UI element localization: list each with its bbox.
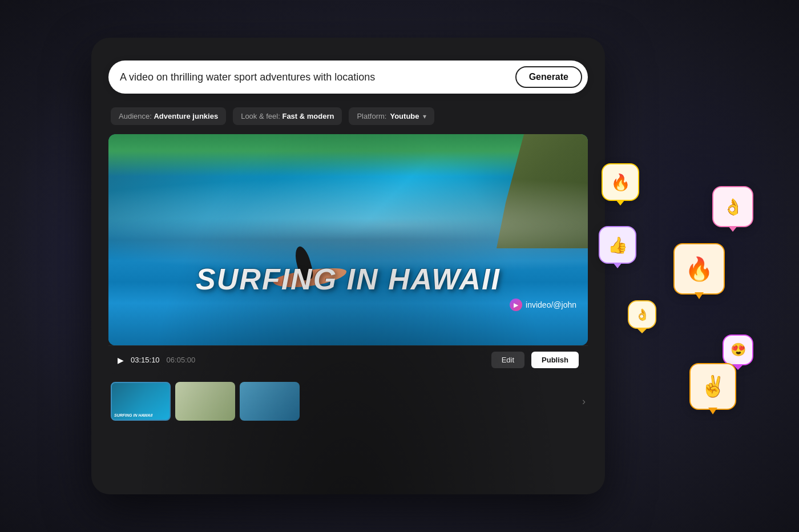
generate-button[interactable]: Generate: [515, 66, 582, 88]
emoji-bubble-ok-pink: 👌: [712, 186, 753, 227]
look-label: Look & feel:: [241, 112, 280, 120]
video-preview: SURFING IN HAWAII ▶ invideo/@john: [108, 134, 588, 345]
audience-value: Adventure junkies: [154, 112, 218, 120]
emoji-bubble-smile: 😍: [723, 334, 753, 365]
platform-value: Youtube: [390, 112, 419, 120]
thumbnails-row: Surfing in Hawaii ›: [108, 374, 588, 423]
video-wrapper: SURFING IN HAWAII ▶ invideo/@john ▶ 03:1…: [108, 134, 588, 374]
emoji-bubble-peace: ✌️: [689, 363, 736, 410]
look-value: Fast & modern: [282, 112, 334, 120]
video-background: SURFING IN HAWAII ▶ invideo/@john: [108, 134, 588, 345]
thumbnail-1[interactable]: Surfing in Hawaii: [111, 382, 171, 421]
emoji-bubble-thumbs: 👍: [599, 226, 636, 264]
time-current: 03:15:10: [131, 356, 160, 364]
brand-text: invideo/@john: [526, 300, 576, 309]
thumb-label-1: Surfing in Hawaii: [114, 413, 152, 417]
chevron-down-icon: ▾: [423, 112, 426, 120]
time-total: 06:05:00: [167, 356, 196, 364]
platform-option[interactable]: Platform: Youtube ▾: [349, 107, 434, 125]
video-title-overlay: SURFING IN HAWAII ▶ invideo/@john: [108, 262, 588, 311]
edit-button[interactable]: Edit: [491, 352, 524, 368]
video-controls: ▶ 03:15:10 06:05:00 Edit Publish: [108, 345, 588, 374]
video-brand-area: ▶ invideo/@john: [108, 299, 588, 311]
emoji-bubble-fire-big: 🔥: [673, 243, 725, 295]
options-bar: Audience: Adventure junkies Look & feel:…: [108, 107, 588, 125]
emoji-bubble-ok-small: 👌: [628, 300, 656, 329]
brand-logo: ▶: [510, 299, 522, 311]
audience-option[interactable]: Audience: Adventure junkies: [111, 107, 226, 125]
video-title: SURFING IN HAWAII: [108, 262, 588, 296]
play-icon[interactable]: ▶: [118, 356, 124, 365]
search-input[interactable]: [120, 71, 515, 83]
thumbnail-2[interactable]: [175, 382, 235, 421]
thumbnail-3[interactable]: [240, 382, 300, 421]
platform-label: Platform:: [357, 112, 386, 120]
publish-button[interactable]: Publish: [531, 352, 579, 368]
emoji-bubble-fire-1: 🔥: [602, 163, 639, 201]
thumbnails-next-arrow[interactable]: ›: [582, 396, 586, 408]
search-bar: Generate: [108, 61, 588, 94]
device-frame: Generate Audience: Adventure junkies Loo…: [91, 38, 605, 494]
audience-label: Audience:: [119, 112, 152, 120]
look-feel-option[interactable]: Look & feel: Fast & modern: [233, 107, 342, 125]
